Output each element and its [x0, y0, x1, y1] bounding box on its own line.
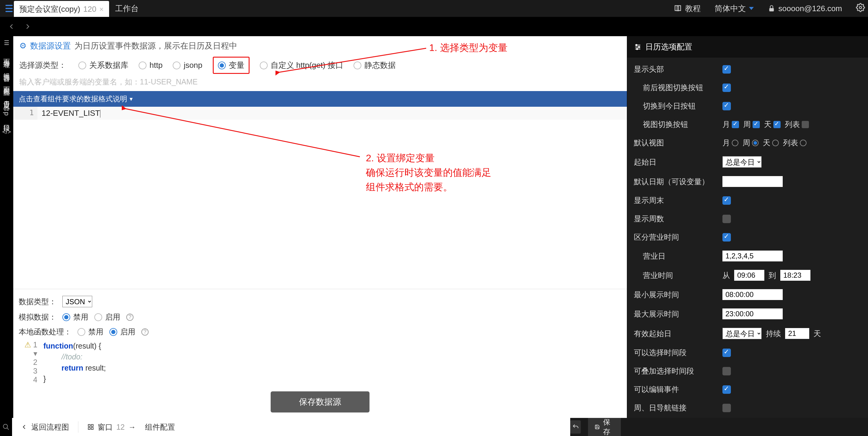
checkbox-show-weekend[interactable] — [722, 196, 731, 205]
topbar: 预定会议室(copy) 120 × 工作台 教程 简体中文 soooon@126… — [0, 0, 868, 17]
language-selector[interactable]: 简体中文 — [715, 3, 754, 14]
right-panel-header: 日历选项配置 — [627, 36, 868, 58]
bottom-panel: 数据类型： JSON 模拟数据： 禁用 启用 ? 本地函数处理： 禁用 启用 ?… — [13, 289, 627, 418]
workbench-label: 工作台 — [115, 3, 138, 14]
gear-icon: ⚙ — [19, 41, 27, 51]
search-button[interactable] — [0, 418, 12, 436]
input-min-show[interactable] — [722, 289, 783, 300]
input-default-date[interactable] — [722, 176, 783, 187]
arrow-right-icon[interactable] — [24, 22, 32, 31]
save-datasource-button[interactable]: 保存数据源 — [271, 391, 370, 412]
svg-point-1 — [859, 6, 862, 9]
input-duration[interactable] — [785, 328, 809, 339]
back-to-flow-button[interactable]: 返回流程图 — [21, 422, 69, 432]
radio-default-day[interactable]: 天 — [763, 138, 779, 148]
center-panel: ⚙ 数据源设置 为日历设置事件数据源，展示在日历及日程中 选择源类型： 关系数据… — [13, 36, 627, 418]
chk-view-month[interactable]: 月 — [722, 119, 739, 129]
search-icon — [2, 423, 10, 431]
radio-jsonp[interactable]: jsonp — [173, 61, 202, 70]
checkbox-can-edit[interactable] — [722, 385, 731, 394]
radio-static[interactable]: 静态数据 — [353, 60, 396, 70]
close-icon[interactable]: × — [99, 5, 104, 13]
breadcrumb-window[interactable]: 窗口 12 → — [87, 422, 136, 432]
help-icon[interactable]: ? — [126, 314, 133, 321]
chk-view-day[interactable]: 天 — [764, 119, 781, 129]
input-biz-to[interactable] — [780, 270, 810, 281]
input-max-show[interactable] — [722, 309, 783, 319]
code-icon[interactable]: </> — [2, 128, 11, 135]
format-help-band[interactable]: 点击查看组件要求的数据格式说明 ▾ — [13, 91, 627, 107]
checkbox-show-week-num[interactable] — [722, 215, 731, 223]
svg-line-8 — [7, 428, 9, 430]
chk-view-week[interactable]: 周 — [743, 119, 760, 129]
chevron-right-icon: → — [128, 423, 136, 432]
local-fn-label: 本地函数处理： — [19, 327, 71, 337]
svg-point-5 — [638, 46, 640, 47]
sidebar-item-http[interactable]: 自定义 Http 接口 — [2, 92, 11, 124]
list-icon: ☰ — [4, 39, 9, 47]
help-icon[interactable]: ? — [141, 328, 149, 336]
data-type-label: 数据类型： — [19, 297, 56, 307]
checkbox-can-select[interactable] — [722, 349, 731, 357]
checkbox-show-header[interactable] — [722, 65, 731, 74]
gear-icon — [856, 3, 865, 12]
variable-code-editor[interactable]: 1 12-EVENT_LIST — [13, 107, 627, 120]
function-editor[interactable]: ⚠ 1 ▾ 234 function(result) { //todo: ret… — [19, 339, 621, 385]
datasource-title-blue: 数据源设置 — [30, 40, 71, 51]
checkbox-nav-links[interactable] — [722, 404, 731, 412]
sliders-icon — [634, 43, 642, 51]
radio-fn-disable[interactable]: 禁用 — [78, 327, 103, 337]
tab-title: 预定会议室(copy) — [19, 4, 80, 14]
gutter: ⚠ 1 ▾ 234 — [19, 339, 40, 385]
svg-point-6 — [637, 48, 638, 50]
tutorial-link[interactable]: 教程 — [674, 3, 701, 14]
chevron-down-icon: ▾ — [130, 95, 133, 103]
grid-icon — [87, 424, 94, 430]
undo-icon — [572, 423, 579, 431]
sidebar-item-containers[interactable]: 组件容器 — [2, 64, 11, 74]
sub-header — [0, 17, 868, 36]
sidebar-item-page-config[interactable]: 页面配置 — [2, 78, 11, 88]
radio-http[interactable]: http — [138, 61, 162, 70]
undo-button[interactable] — [570, 420, 581, 434]
radio-default-list[interactable]: 列表 — [783, 138, 807, 148]
radio-variable[interactable]: 变量 — [218, 60, 244, 70]
annotation-highlight-box: 变量 — [213, 57, 250, 74]
gutter: 1 — [13, 107, 37, 120]
radio-default-month[interactable]: 月 — [722, 138, 738, 148]
menu-icon[interactable] — [3, 2, 15, 14]
tab-number: 120 — [83, 4, 96, 14]
data-type-select[interactable]: JSON — [62, 296, 92, 307]
chk-view-list[interactable]: 列表 — [785, 119, 809, 129]
checkbox-biz-hours[interactable] — [722, 233, 731, 241]
datasource-title-desc: 为日历设置事件数据源，展示在日历及日程中 — [74, 40, 237, 51]
checkbox-can-overlap[interactable] — [722, 367, 731, 375]
sidebar-item-pages[interactable]: 页面管理 — [2, 51, 11, 60]
checkbox-prev-next[interactable] — [722, 84, 731, 92]
radio-default-week[interactable]: 周 — [743, 138, 758, 148]
radio-mock-enable[interactable]: 启用 — [94, 312, 120, 322]
left-sidebar: ☰ 页面管理 组件容器 页面配置 自定义 Http 接口 </> — [0, 36, 13, 418]
select-valid-start[interactable]: 总是今日 — [722, 328, 762, 339]
save-icon — [595, 424, 600, 430]
user-menu[interactable]: soooon@126.com — [768, 4, 842, 13]
svg-rect-9 — [88, 425, 90, 426]
select-start-day[interactable]: 总是今日 — [722, 156, 762, 168]
chevron-down-icon — [749, 7, 754, 10]
source-type-label: 选择源类型： — [19, 60, 66, 70]
checkbox-today[interactable] — [722, 102, 731, 110]
input-biz-days[interactable] — [722, 251, 783, 261]
variable-input-placeholder[interactable]: 输入客户端或服务端的变量名，如：11-USER_NAME — [13, 76, 627, 91]
radio-relational-db[interactable]: 关系数据库 — [79, 60, 128, 70]
radio-fn-enable[interactable]: 启用 — [110, 327, 135, 337]
arrow-left-icon[interactable] — [7, 22, 16, 31]
breadcrumb-component-config[interactable]: 组件配置 — [145, 422, 175, 432]
svg-rect-0 — [769, 8, 774, 11]
arrow-left-icon — [21, 423, 28, 431]
radio-mock-disable[interactable]: 禁用 — [62, 312, 88, 322]
tab-active[interactable]: 预定会议室(copy) 120 × — [14, 1, 109, 17]
input-biz-from[interactable] — [734, 270, 764, 281]
svg-rect-11 — [88, 428, 90, 429]
radio-custom-http[interactable]: 自定义 http(get) 接口 — [260, 60, 343, 70]
settings-button[interactable] — [856, 3, 865, 14]
